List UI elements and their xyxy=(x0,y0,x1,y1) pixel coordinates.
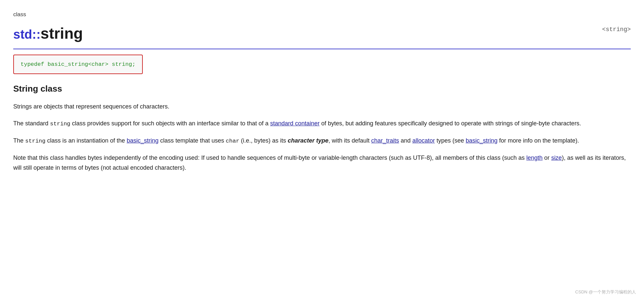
paragraph-4: Note that this class handles bytes indep… xyxy=(13,153,631,173)
paragraph-1: Strings are objects that represent seque… xyxy=(13,102,631,112)
link-size[interactable]: size xyxy=(551,154,562,161)
link-standard-container[interactable]: standard container xyxy=(270,120,320,127)
bold-italic-character-type: character type xyxy=(288,137,328,144)
code-snippet: typedef basic_string<char> string; xyxy=(13,55,143,74)
link-char-traits[interactable]: char_traits xyxy=(371,137,399,144)
title-std: std:: xyxy=(13,24,40,45)
inline-code-char: char xyxy=(226,138,240,144)
inline-code-string: string xyxy=(50,121,70,127)
section-title: String class xyxy=(13,82,631,96)
link-basic-string-2[interactable]: basic_string xyxy=(466,137,498,144)
paragraph-3: The string class is an instantiation of … xyxy=(13,136,631,146)
page-title: std::string xyxy=(13,22,83,46)
link-allocator[interactable]: allocator xyxy=(412,137,435,144)
paragraph-2: The standard string class provides suppo… xyxy=(13,119,631,129)
page-category: class xyxy=(13,10,631,19)
header-tag: <string> xyxy=(602,25,631,34)
divider xyxy=(13,49,631,49)
link-basic-string-1[interactable]: basic_string xyxy=(127,137,158,144)
inline-code-string-2: string xyxy=(25,138,45,144)
link-length[interactable]: length xyxy=(526,154,543,161)
title-main: string xyxy=(40,22,83,46)
